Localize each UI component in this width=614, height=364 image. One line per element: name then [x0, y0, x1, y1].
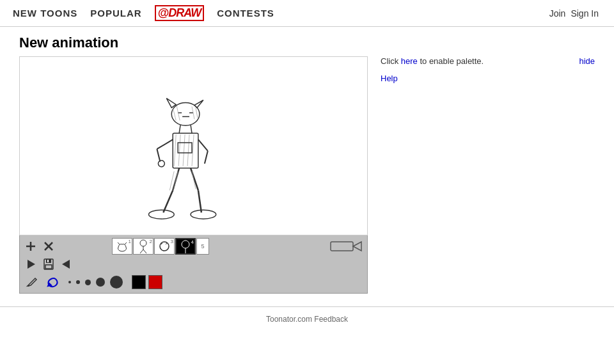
svg-point-39 — [140, 240, 146, 246]
frame-thumb-2[interactable]: 2 — [133, 238, 154, 255]
sidebar-info: Click here to enable palette. hide Help — [381, 56, 595, 83]
svg-rect-46 — [331, 242, 353, 251]
hide-link[interactable]: hide — [579, 56, 595, 66]
svg-marker-48 — [28, 260, 35, 269]
svg-marker-55 — [48, 283, 51, 286]
save-button[interactable] — [40, 256, 57, 273]
palette-link[interactable]: here — [401, 56, 418, 66]
header-auth: Join Sign In — [549, 8, 601, 19]
svg-marker-2 — [194, 100, 203, 108]
pencil-tool-button[interactable] — [24, 274, 40, 290]
nav-new-toons[interactable]: New Toons — [13, 8, 77, 19]
svg-line-13 — [174, 134, 176, 166]
svg-marker-53 — [62, 260, 70, 269]
frame-thumb-4[interactable]: 4 — [175, 238, 196, 255]
toolbar-row3 — [22, 274, 365, 290]
svg-line-6 — [173, 107, 176, 120]
nav-popular[interactable]: Popular — [90, 8, 141, 19]
frames-row: 1 2 — [112, 238, 209, 255]
frame-thumb-3[interactable]: 3 — [154, 238, 175, 255]
svg-line-9 — [196, 107, 198, 118]
svg-line-20 — [157, 149, 160, 162]
help-link[interactable]: Help — [381, 74, 595, 83]
svg-line-37 — [118, 242, 120, 244]
palette-text-before: Click — [381, 56, 401, 66]
frame-num-3: 3 — [171, 239, 173, 244]
svg-line-41 — [140, 249, 143, 253]
delete-frame-button[interactable] — [40, 238, 57, 255]
svg-line-22 — [205, 151, 208, 164]
svg-line-25 — [163, 191, 173, 213]
join-link[interactable]: Join — [549, 8, 566, 19]
frame-num-2: 2 — [150, 239, 152, 244]
svg-line-19 — [157, 139, 173, 149]
svg-line-42 — [143, 249, 146, 253]
header: New Toons Popular @Draw Contests Join Si… — [0, 0, 614, 27]
svg-line-11 — [191, 125, 192, 133]
svg-point-43 — [160, 242, 169, 251]
svg-point-44 — [182, 241, 189, 248]
size-dot-tiny[interactable] — [68, 281, 71, 283]
loop-tool-button[interactable] — [44, 274, 61, 290]
svg-point-29 — [191, 210, 216, 219]
footer: Toonator.com Feedback — [0, 306, 614, 331]
svg-marker-1 — [166, 99, 176, 108]
pencil-arrow-container — [329, 238, 365, 255]
play-button[interactable] — [22, 256, 39, 273]
sign-in-link[interactable]: Sign In — [571, 8, 599, 19]
svg-line-38 — [125, 242, 127, 244]
animation-canvas[interactable] — [20, 57, 367, 235]
size-dot-large[interactable] — [96, 278, 105, 287]
main-content: 1 2 — [0, 56, 614, 294]
nav-contests[interactable]: Contests — [217, 8, 274, 19]
toolbar-row1: 1 2 — [22, 238, 365, 255]
frame-thumb-1[interactable]: 1 — [112, 238, 132, 255]
size-dot-small[interactable] — [76, 280, 80, 284]
pencil-next-icon[interactable] — [329, 238, 365, 255]
svg-line-28 — [198, 191, 201, 213]
frame-num-5: 5 — [201, 243, 204, 249]
palette-text-after: to enable palette. — [418, 56, 484, 66]
nav-draw-container[interactable]: @Draw — [155, 5, 205, 21]
svg-rect-51 — [45, 265, 52, 269]
color-red[interactable] — [148, 275, 162, 289]
back-button[interactable] — [58, 256, 75, 273]
svg-marker-47 — [353, 242, 361, 251]
nav-links: New Toons Popular @Draw Contests — [13, 5, 274, 21]
svg-point-23 — [158, 161, 164, 167]
frame-num-4: 4 — [191, 239, 194, 245]
toolbar: 1 2 — [19, 235, 368, 294]
size-dot-xlarge[interactable] — [110, 276, 123, 289]
toolbar-row2 — [22, 256, 365, 273]
frame-thumb-5[interactable]: 5 — [196, 238, 209, 255]
svg-point-26 — [149, 210, 175, 219]
svg-line-10 — [179, 125, 180, 133]
svg-line-15 — [183, 134, 185, 166]
nav-draw: @Draw — [158, 6, 201, 19]
svg-line-31 — [173, 171, 178, 191]
footer-site-link[interactable]: Toonator.com — [266, 315, 312, 324]
footer-feedback-link[interactable]: Feedback — [314, 315, 348, 324]
svg-line-16 — [187, 134, 189, 166]
frame-num-1: 1 — [129, 239, 131, 244]
add-frame-button[interactable] — [22, 238, 39, 255]
svg-line-14 — [178, 134, 180, 166]
palette-message: Click here to enable palette. — [381, 56, 484, 66]
animation-container: 1 2 — [19, 56, 368, 294]
color-black[interactable] — [132, 275, 146, 289]
page-title: New animation — [0, 27, 614, 56]
svg-rect-52 — [47, 260, 49, 262]
svg-line-21 — [198, 139, 208, 151]
svg-rect-12 — [173, 133, 198, 168]
size-dot-medium[interactable] — [85, 280, 91, 285]
canvas-area[interactable] — [19, 56, 368, 235]
